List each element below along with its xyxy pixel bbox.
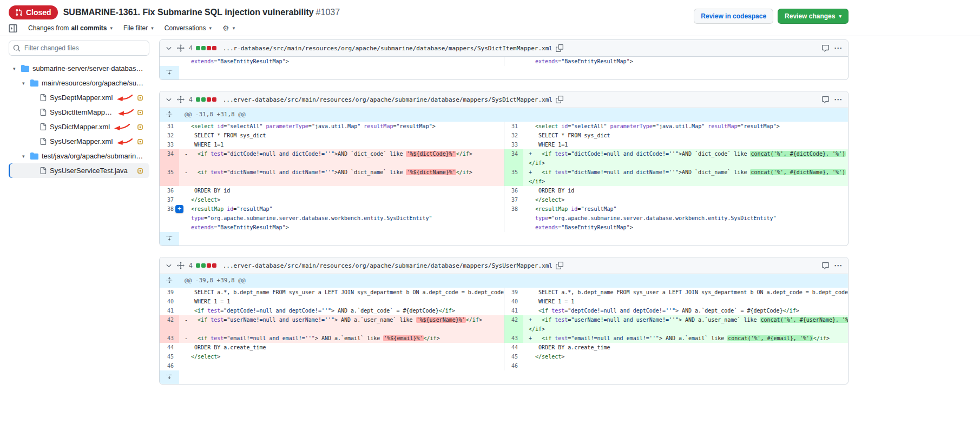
line-number[interactable]: 40: [160, 297, 179, 306]
line-number[interactable]: 36: [504, 186, 523, 195]
file-filter-menu[interactable]: File filter ▾: [123, 24, 154, 32]
file-tree-label: SysDeptMapper.xml: [50, 94, 113, 102]
line-number[interactable]: 31: [160, 122, 179, 131]
line-number[interactable]: 44: [160, 343, 179, 352]
kebab-menu-button[interactable]: ⋯: [834, 95, 843, 104]
line-number[interactable]: 37: [160, 195, 179, 204]
review-changes-button[interactable]: Review changes ▾: [778, 9, 849, 24]
tree-folder-row[interactable]: ▾main/resources/org/apache/subm...: [9, 76, 149, 90]
line-number[interactable]: 46: [504, 361, 523, 370]
changed-word-highlight: '%${email}%': [383, 335, 423, 341]
line-number[interactable]: 41: [504, 306, 523, 315]
expand-row: [160, 232, 848, 246]
file-tree-label: SysUserServiceTest.java: [50, 167, 128, 175]
line-number[interactable]: 46: [160, 361, 179, 370]
diff-settings-menu[interactable]: ⚙ ▾: [222, 24, 235, 32]
line-number[interactable]: 34: [504, 149, 523, 168]
line-number[interactable]: 38: [504, 204, 523, 232]
line-number[interactable]: 42: [504, 315, 523, 334]
tree-file-row[interactable]: SysDeptMapper.xml: [9, 90, 149, 105]
expand-down-button[interactable]: [160, 232, 179, 246]
comment-button[interactable]: [821, 262, 830, 270]
line-number[interactable]: 39: [160, 288, 179, 297]
copy-path-button[interactable]: [556, 96, 563, 103]
diff-file-card: 4...erver-database/src/main/resources/or…: [159, 91, 849, 246]
line-number[interactable]: 41: [160, 306, 179, 315]
line-number[interactable]: 45: [504, 352, 523, 361]
header-actions: Review in codespace Review changes ▾: [694, 9, 849, 24]
line-number[interactable]: 31: [504, 122, 523, 131]
code-cell: WHERE 1=1: [179, 140, 504, 149]
diffstat-square: [201, 263, 206, 268]
tree-file-row[interactable]: SysUserServiceTest.java: [9, 163, 149, 178]
line-number[interactable]: 38+: [160, 204, 179, 232]
changed-word-highlight: concat('%', #{dictName}, '%'): [750, 169, 846, 175]
expand-hunk-button[interactable]: [160, 274, 179, 288]
code-cell: SELECT * FROM sys_dict: [179, 131, 504, 140]
tree-file-row[interactable]: SysUserMapper.xml: [9, 134, 149, 149]
kebab-menu-button[interactable]: ⋯: [834, 261, 843, 270]
diff-file-card: 4...erver-database/src/main/resources/or…: [159, 257, 849, 384]
code-cell: extends="BaseEntityResultMap">: [523, 57, 848, 66]
diffstat-square: [201, 46, 206, 50]
expand-down-button[interactable]: [160, 66, 179, 79]
pr-title: SUBMARINE-1361. Fix Submarine SQL inject…: [63, 8, 340, 17]
changes-from-label: Changes from: [28, 24, 69, 32]
code-cell: - <if test="dictCode!=null and dictCode!…: [179, 149, 504, 168]
collapse-file-button[interactable]: [165, 44, 173, 52]
copy-path-button[interactable]: [556, 44, 563, 52]
tree-file-row[interactable]: SysDictMapper.xml: [9, 120, 149, 134]
line-number[interactable]: [504, 57, 523, 66]
line-number[interactable]: [160, 57, 179, 66]
line-number[interactable]: 34: [160, 149, 179, 168]
modified-status-icon: [137, 124, 143, 130]
line-number[interactable]: 33: [160, 140, 179, 149]
line-number[interactable]: 43: [504, 334, 523, 343]
line-number[interactable]: 44: [504, 343, 523, 352]
expand-down-button[interactable]: [160, 370, 179, 384]
kebab-menu-button[interactable]: ⋯: [834, 43, 843, 53]
tree-folder-row[interactable]: ▾submarine-server/server-database/...: [9, 61, 149, 76]
code-cell: WHERE 1 = 1: [179, 297, 504, 306]
line-number[interactable]: 32: [160, 131, 179, 140]
diffstat-square: [212, 97, 216, 102]
diff-row: extends="BaseEntityResultMap"> extends="…: [160, 57, 848, 66]
tree-folder-row[interactable]: ▾test/java/org/apache/submarine/s...: [9, 149, 149, 163]
tree-file-row[interactable]: SysDictItemMapper.xml: [9, 105, 149, 120]
diff-row: 35- <if test="dictName!=null and dictNam…: [160, 168, 848, 186]
line-number[interactable]: 35: [160, 168, 179, 186]
line-number[interactable]: 33: [504, 140, 523, 149]
line-number[interactable]: 45: [160, 352, 179, 361]
diffstat-square: [212, 263, 216, 268]
code-cell: SELECT * FROM sys_dict: [523, 131, 848, 140]
expand-hunk-button[interactable]: [160, 108, 179, 122]
search-icon: [13, 44, 21, 52]
line-number[interactable]: 37: [504, 195, 523, 204]
annotation-arrow-icon: [117, 109, 134, 116]
file-filter-input[interactable]: [9, 41, 149, 56]
collapse-file-button[interactable]: [165, 262, 173, 269]
line-number[interactable]: 32: [504, 131, 523, 140]
copy-path-button[interactable]: [556, 262, 563, 269]
add-comment-button[interactable]: +: [175, 205, 183, 213]
pr-status-label: Closed: [26, 8, 51, 17]
split-diff-table: extends="BaseEntityResultMap"> extends="…: [160, 57, 848, 79]
code-cell: [523, 361, 848, 370]
collapse-file-button[interactable]: [165, 96, 173, 103]
comment-button[interactable]: [821, 44, 830, 52]
comment-button[interactable]: [821, 96, 830, 104]
annotation-arrow-icon: [116, 138, 133, 145]
toggle-file-tree-button[interactable]: [9, 24, 17, 32]
review-in-codespace-button[interactable]: Review in codespace: [694, 9, 773, 24]
line-number[interactable]: 35: [504, 168, 523, 186]
code-cell: </select>: [179, 352, 504, 361]
line-number[interactable]: 36: [160, 186, 179, 195]
line-number[interactable]: 42: [160, 315, 179, 334]
conversations-menu[interactable]: Conversations ▾: [165, 24, 212, 32]
line-number[interactable]: 39: [504, 288, 523, 297]
changes-from-menu[interactable]: Changes from all commits ▾: [28, 24, 113, 32]
diff-file-card: 4...r-database/src/main/resources/org/ap…: [159, 39, 849, 80]
line-number[interactable]: 43: [160, 334, 179, 343]
code-cell: ORDER BY a.create_time: [179, 343, 504, 352]
line-number[interactable]: 40: [504, 297, 523, 306]
